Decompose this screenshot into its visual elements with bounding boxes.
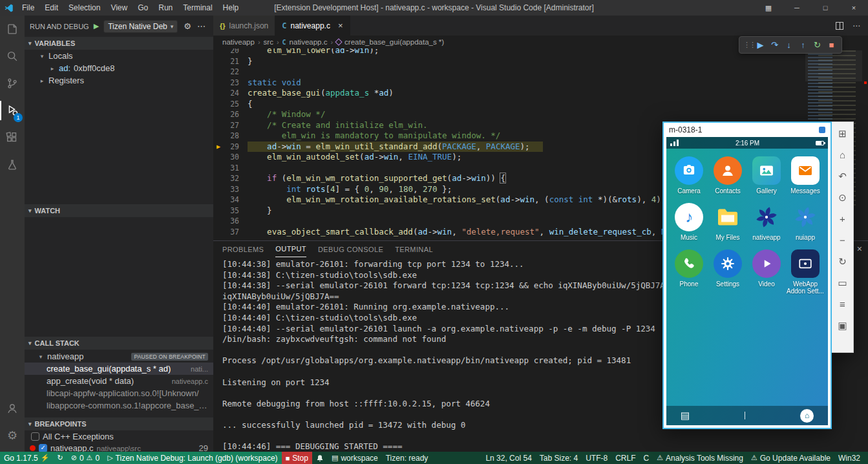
status-encoding[interactable]: UTF-8	[582, 452, 611, 464]
current-line-arrow-icon[interactable]: ▶	[213, 142, 224, 153]
tab-nativeapp-c[interactable]: C nativeapp.c ×	[275, 16, 350, 36]
close-icon[interactable]: ×	[840, 0, 868, 16]
stack-frame[interactable]: libappcore-common.so.1!appcore_base_init	[25, 399, 213, 412]
sidebar-item-run-and-debug[interactable]: 1	[0, 97, 25, 124]
menu-selection[interactable]: Selection	[63, 0, 105, 16]
breadcrumb-folder[interactable]: src	[264, 38, 273, 46]
glyph-margin[interactable]	[213, 78, 224, 89]
status-notifications[interactable]	[312, 452, 328, 464]
step-over-button[interactable]: ↷	[768, 40, 781, 50]
sidebar-item-search[interactable]	[0, 43, 25, 70]
settings-button[interactable]: ⚙	[0, 422, 25, 449]
glyph-margin[interactable]	[213, 163, 224, 174]
menu-edit[interactable]: Edit	[39, 0, 63, 16]
glyph-margin[interactable]	[213, 131, 224, 142]
status-debug-config[interactable]: ▷ Tizen Native Debug: Launch (gdb) (work…	[103, 452, 281, 464]
rotate-icon[interactable]: ↻	[838, 257, 847, 267]
sidebar-item-source-control[interactable]	[0, 70, 25, 97]
controls-icon[interactable]: ≡	[840, 299, 845, 310]
status-sync-spinner[interactable]: ↻	[53, 452, 67, 464]
tab-debug-console[interactable]: DEBUG CONSOLE	[318, 241, 383, 257]
checkbox-unchecked[interactable]	[31, 432, 39, 441]
status-analysis-tools[interactable]: ⚠ Analysis Tools Missing	[653, 452, 747, 464]
app-settings[interactable]: Settings	[708, 249, 747, 295]
glyph-margin[interactable]	[213, 206, 224, 216]
tab-problems[interactable]: PROBLEMS	[222, 241, 264, 257]
variable-ad[interactable]: ▸ ad: 0xbff0cde8	[25, 62, 213, 74]
glyph-margin[interactable]	[213, 88, 224, 99]
sidebar-item-testing[interactable]	[0, 151, 25, 178]
app-music[interactable]: ♪ Music	[670, 203, 708, 241]
tab-terminal[interactable]: TERMINAL	[395, 241, 433, 257]
tab-output[interactable]: OUTPUT	[275, 241, 306, 257]
tab-launch-json[interactable]: {} launch.json	[213, 16, 275, 36]
maximize-icon[interactable]: □	[811, 0, 840, 16]
views-more-icon[interactable]: ⋯	[197, 21, 206, 31]
glyph-margin[interactable]	[213, 216, 224, 227]
emulator-screen[interactable]: 2:16 PM Camera Contacts	[666, 137, 828, 425]
configure-gear-icon[interactable]: ⚙	[184, 21, 191, 31]
debug-start-icon[interactable]: ▶	[94, 22, 99, 30]
power-icon[interactable]: ⊙	[838, 193, 847, 203]
status-go-version[interactable]: Go 1.17.5 ⚡	[0, 452, 53, 464]
section-breakpoints[interactable]: ▾ BREAKPOINTS	[25, 417, 213, 430]
app-my-files[interactable]: My Files	[708, 203, 747, 241]
status-go-update[interactable]: ⚠ Go Update Available	[747, 452, 834, 464]
step-into-button[interactable]: ↓	[783, 40, 795, 50]
drag-handle-icon[interactable]: ⋮⋮	[743, 41, 752, 49]
app-webapp-addon[interactable]: WebApp Addon Sett...	[786, 249, 825, 295]
checkbox-checked[interactable]	[39, 444, 47, 452]
status-stop-button[interactable]: ■ Stop	[282, 452, 312, 464]
editor-more-icon[interactable]: ⋯	[852, 21, 860, 30]
screenshot-icon[interactable]: ▣	[838, 321, 847, 331]
emulator-title-bar[interactable]: m-0318-1	[664, 123, 831, 137]
restart-button[interactable]: ↻	[811, 40, 823, 50]
breakpoint-exceptions[interactable]: All C++ Exceptions	[25, 430, 213, 443]
account-button[interactable]	[0, 395, 25, 422]
code-line-24[interactable]: 24create_base_gui(appdata_s *ad)	[213, 88, 868, 99]
back-key-icon[interactable]: ↶	[838, 171, 847, 182]
continue-button[interactable]: ▶	[754, 40, 767, 50]
glyph-margin[interactable]	[213, 184, 224, 195]
menu-run[interactable]: Run	[153, 0, 178, 16]
sidebar-item-extensions[interactable]	[0, 124, 25, 151]
app-camera[interactable]: Camera	[670, 156, 708, 195]
stack-frame[interactable]: create_base_gui(appdata_s * ad) nati...	[25, 363, 213, 375]
status-platform[interactable]: Win32	[834, 452, 864, 464]
menu-grid-icon[interactable]: ⊞	[838, 129, 847, 139]
panel-close-icon[interactable]: ×	[857, 244, 862, 254]
variables-registers[interactable]: ▸ Registers	[25, 74, 213, 87]
app-nativeapp[interactable]: nativeapp	[747, 203, 786, 241]
volume-down-icon[interactable]: −	[840, 235, 845, 246]
menu-go[interactable]: Go	[132, 0, 153, 16]
app-nuiapp[interactable]: nuiapp	[786, 203, 825, 241]
glyph-margin[interactable]	[213, 227, 224, 238]
app-gallery[interactable]: Gallery	[747, 156, 786, 195]
menu-file[interactable]: File	[17, 0, 39, 16]
code-line-23[interactable]: 23static void	[213, 78, 868, 89]
glyph-margin[interactable]	[213, 120, 224, 131]
stack-frame[interactable]: app_create(void * data) nativeapp.c	[25, 375, 213, 387]
glyph-margin[interactable]	[213, 99, 224, 110]
code-line-22[interactable]: 22	[213, 67, 868, 78]
status-workspace[interactable]: ▤ workspace	[328, 452, 382, 464]
menu-help[interactable]: Help	[218, 0, 244, 16]
status-tizen-ready[interactable]: Tizen: ready	[382, 452, 432, 464]
glyph-margin[interactable]	[213, 67, 224, 78]
app-phone[interactable]: Phone	[670, 249, 708, 295]
section-watch[interactable]: ▾ WATCH	[25, 204, 213, 217]
app-video[interactable]: Video	[747, 249, 786, 295]
code-line-26[interactable]: 26 /* Window */	[213, 109, 868, 120]
layout-toggle-icon[interactable]: ▦	[754, 0, 783, 16]
step-out-button[interactable]: ↑	[797, 40, 809, 50]
variables-locals[interactable]: ▾ Locals	[25, 50, 213, 62]
status-problems[interactable]: ⊘ 0 ⚠ 0	[67, 452, 103, 464]
sidebar-item-explorer[interactable]	[0, 16, 25, 43]
minimize-icon[interactable]: ─	[783, 0, 811, 16]
status-tab-size[interactable]: Tab Size: 4	[536, 452, 582, 464]
tab-close-icon[interactable]: ×	[338, 21, 343, 30]
section-variables[interactable]: ▾ VARIABLES	[25, 37, 213, 50]
stop-button[interactable]: ■	[825, 40, 838, 50]
menu-terminal[interactable]: Terminal	[178, 0, 217, 16]
app-messages[interactable]: Messages	[786, 156, 825, 195]
